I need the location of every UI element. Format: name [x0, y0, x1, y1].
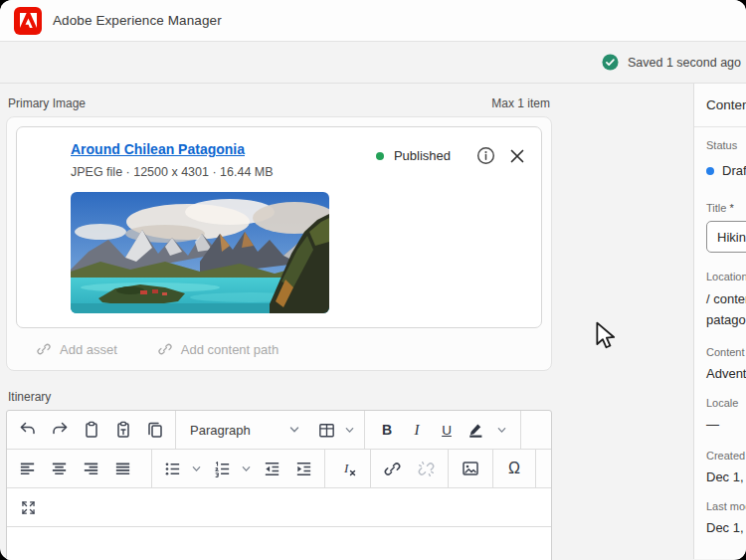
outdent-icon [263, 460, 281, 478]
chevron-down-icon [241, 464, 252, 474]
save-status-text: Saved 1 second ago [628, 56, 741, 70]
status-label: Status [706, 139, 746, 151]
link-group [371, 450, 449, 487]
unlink-icon [417, 460, 436, 478]
chevron-down-icon [288, 424, 300, 436]
paste-button[interactable] [76, 415, 106, 445]
asset-card: Around Chilean Patagonia JPEG file · 125… [16, 126, 542, 328]
clear-format-button[interactable]: I [332, 454, 363, 483]
numbered-list-chevron[interactable] [239, 454, 253, 483]
align-left-button[interactable] [12, 454, 43, 483]
link-icon [383, 460, 402, 478]
itinerary-text-area[interactable] [7, 527, 551, 560]
chevron-down-icon [344, 425, 355, 436]
draft-status-value: Draft [722, 163, 746, 178]
table-icon [317, 421, 336, 440]
align-center-button[interactable] [44, 454, 75, 483]
unlink-button[interactable] [411, 454, 442, 483]
highlight-dropdown-chevron[interactable] [494, 415, 508, 445]
location-path-line1: / content/trips/ [706, 288, 746, 309]
insert-image-button[interactable] [456, 454, 486, 483]
itinerary-label: Itinerary [8, 390, 693, 404]
primary-image-field: Around Chilean Patagonia JPEG file · 125… [6, 116, 552, 371]
link-icon [36, 341, 52, 357]
add-asset-button[interactable]: Add asset [30, 340, 123, 358]
bullet-list-chevron[interactable] [189, 454, 203, 483]
created-label: Created on [706, 450, 746, 462]
toolbar-row-2: I [7, 450, 551, 488]
copy-button[interactable] [139, 415, 170, 445]
panel-divider [694, 126, 746, 127]
align-justify-icon [113, 460, 132, 478]
align-left-icon [18, 460, 37, 478]
info-icon [476, 146, 495, 165]
editor-expand-row [7, 488, 551, 527]
table-dropdown-chevron[interactable] [342, 415, 356, 445]
fullscreen-button[interactable] [13, 492, 44, 522]
patagonia-landscape-image [71, 192, 329, 313]
clear-format-icon: I [338, 459, 358, 478]
image-group [449, 450, 493, 487]
history-clipboard-group [7, 411, 176, 449]
paste-as-text-button[interactable] [107, 415, 138, 445]
chevron-down-icon [496, 425, 507, 436]
content-side-panel: Content Status Draft Title * Location / … [693, 84, 746, 559]
primary-image-label: Primary Image [8, 96, 86, 110]
content-type-value: Adventure [706, 366, 746, 381]
align-right-button[interactable] [76, 454, 106, 483]
special-character-button[interactable]: Ω [499, 454, 530, 483]
modified-value: Dec 1, 2023 [706, 520, 746, 535]
bullet-list-button[interactable] [157, 454, 188, 483]
asset-remove-button[interactable] [507, 146, 527, 166]
asset-title-link[interactable]: Around Chilean Patagonia [71, 141, 245, 157]
location-path-line2: patagonia-trip [706, 309, 746, 330]
highlight-button[interactable] [465, 415, 488, 445]
max-items-label: Max 1 item [491, 96, 550, 110]
paragraph-style-dropdown[interactable]: Paragraph [181, 423, 302, 438]
title-label: Title * [706, 202, 746, 214]
form-content: Primary Image Max 1 item Around Chilean … [0, 84, 693, 559]
highlight-pen-icon [467, 421, 485, 439]
insert-link-button[interactable] [377, 454, 408, 483]
underline-button[interactable]: U [435, 415, 459, 445]
add-content-path-button[interactable]: Add content path [151, 340, 284, 358]
undo-button[interactable] [12, 415, 43, 445]
app-title: Adobe Experience Manager [53, 13, 222, 28]
bold-button[interactable]: B [375, 415, 399, 445]
outdent-button[interactable] [257, 454, 287, 483]
special-char-group: Ω [493, 450, 536, 487]
svg-text:I: I [343, 461, 349, 475]
undo-icon [18, 420, 38, 440]
redo-button[interactable] [44, 415, 75, 445]
title-input[interactable] [706, 221, 746, 253]
chevron-down-icon [191, 464, 202, 474]
itinerary-richtext-editor: Paragraph B I U [6, 410, 552, 560]
published-status-dot [376, 152, 384, 160]
indent-button[interactable] [288, 454, 319, 483]
asset-info-button[interactable] [474, 144, 497, 167]
aem-window: Adobe Experience Manager Saved 1 second … [0, 0, 746, 560]
paste-as-text-icon [113, 420, 133, 440]
italic-button[interactable]: I [405, 415, 429, 445]
top-bar: Adobe Experience Manager [0, 0, 746, 42]
indent-icon [294, 460, 313, 478]
text-style-group: B I U [365, 411, 521, 449]
draft-status-dot [706, 167, 714, 175]
numbered-list-button[interactable] [207, 454, 238, 483]
asset-meta: JPEG file · 12500 x 4301 · 16.44 MB [71, 165, 274, 179]
modified-label: Last modified [706, 500, 746, 512]
paste-icon [82, 420, 101, 440]
published-status-label: Published [394, 148, 451, 163]
align-justify-button[interactable] [107, 454, 138, 483]
close-icon [509, 148, 525, 164]
bullet-list-icon [163, 460, 182, 478]
created-value: Dec 1, 2023 [706, 469, 746, 484]
locale-value: — [706, 417, 746, 432]
toolbar-row-1: Paragraph B I U [7, 411, 551, 450]
numbered-list-icon [213, 460, 232, 478]
image-icon [461, 459, 480, 478]
insert-table-button[interactable] [311, 415, 341, 445]
format-table-group: Paragraph [176, 411, 365, 449]
align-center-icon [50, 460, 69, 478]
copy-icon [145, 420, 165, 440]
